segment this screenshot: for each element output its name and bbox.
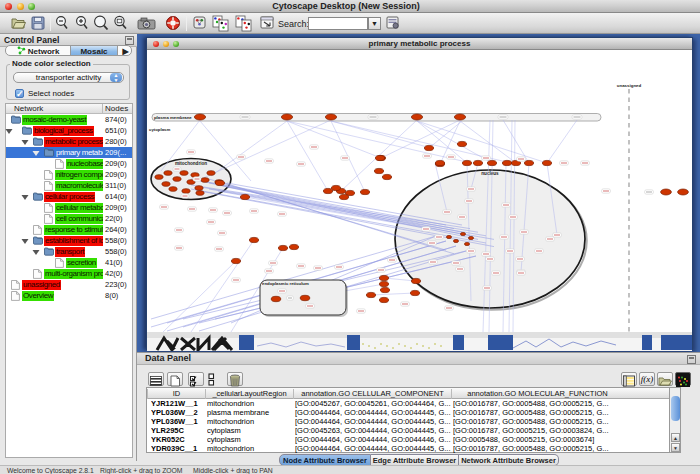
svg-text:endoplasmic reticulum: endoplasmic reticulum	[262, 281, 309, 286]
svg-text:cytoplasm: cytoplasm	[149, 127, 170, 132]
svg-text:mitochondrion: mitochondrion	[175, 161, 207, 166]
svg-text:plasma membrane: plasma membrane	[154, 115, 192, 120]
svg-text:unassigned: unassigned	[617, 83, 642, 88]
svg-text:nucleus: nucleus	[481, 171, 499, 176]
